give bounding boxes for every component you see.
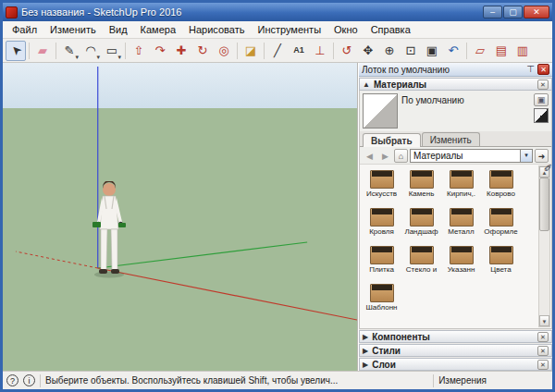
- collections-dropdown[interactable]: Материалы ▾: [410, 149, 533, 163]
- zoom-extents-tool-button[interactable]: ▣: [422, 41, 442, 61]
- menu-edit[interactable]: Изменить: [44, 23, 102, 36]
- back-button[interactable]: ◀: [363, 149, 376, 163]
- rectangle-tool-button[interactable]: ▭▾: [102, 41, 122, 61]
- pan-tool-button[interactable]: ✥: [358, 41, 378, 61]
- layers-close-button[interactable]: ✕: [537, 360, 549, 370]
- minimize-button[interactable]: –: [483, 6, 502, 18]
- toolbar-separator: [466, 43, 467, 59]
- toolbar-separator: [29, 43, 30, 59]
- toolbar-separator: [125, 43, 126, 59]
- offset-tool-button[interactable]: ◎: [214, 41, 234, 61]
- toolbar-separator: [333, 43, 334, 59]
- section-display-tool-button[interactable]: ▤: [491, 41, 512, 61]
- tray-header[interactable]: Лоток по умолчанию ⊤ ✕: [359, 63, 552, 77]
- rectangle-icon: ▭: [106, 44, 117, 56]
- section-plane-tool-button[interactable]: ▱: [470, 41, 490, 61]
- material-category-tile[interactable]: Коврово: [481, 166, 521, 204]
- dropdown-icon[interactable]: ▾: [75, 54, 79, 61]
- move-tool-button[interactable]: ✚: [171, 41, 191, 61]
- menu-tools[interactable]: Инструменты: [252, 23, 327, 36]
- home-button[interactable]: ⌂: [394, 149, 408, 163]
- select-tool-button[interactable]: ➤: [6, 41, 26, 61]
- measurements-value[interactable]: [491, 374, 549, 387]
- dropdown-icon[interactable]: ▾: [117, 54, 121, 61]
- material-category-tile[interactable]: Металл: [441, 204, 481, 242]
- close-button[interactable]: ✕: [524, 6, 549, 18]
- material-box-icon: [450, 170, 474, 189]
- zoom-tool-button[interactable]: ⊕: [379, 41, 400, 61]
- current-material-name: По умолчанию: [401, 93, 530, 129]
- chevron-down-icon[interactable]: ▾: [520, 150, 532, 162]
- material-category-tile[interactable]: Стекло и: [401, 242, 441, 280]
- material-category-tile[interactable]: Ландшаф: [401, 204, 441, 242]
- tray-close-button[interactable]: ✕: [537, 64, 549, 75]
- material-category-tile[interactable]: Цвета: [481, 242, 521, 280]
- follow-me-tool-button[interactable]: ↷: [150, 41, 170, 61]
- scrollbar-track[interactable]: [539, 178, 549, 315]
- help-icon[interactable]: ?: [6, 374, 18, 386]
- components-section-header[interactable]: ▶ Компоненты ✕: [359, 330, 552, 343]
- forward-button[interactable]: ▶: [378, 149, 392, 163]
- material-category-tile[interactable]: Оформле: [481, 204, 521, 242]
- axes-tool-button[interactable]: ⊥: [310, 41, 330, 61]
- menu-file[interactable]: Файл: [6, 23, 43, 36]
- orbit-tool-button[interactable]: ↺: [337, 41, 357, 61]
- styles-section-title: Стили: [372, 346, 534, 356]
- styles-section-header[interactable]: ▶ Стили ✕: [359, 344, 552, 357]
- sample-paint-icon[interactable]: ✐: [544, 163, 552, 175]
- material-category-tile[interactable]: Искусств: [362, 166, 401, 204]
- material-category-tile[interactable]: Кровля: [362, 204, 401, 242]
- material-box-icon: [370, 170, 394, 189]
- scroll-down-icon[interactable]: ▼: [539, 315, 549, 326]
- tab-edit[interactable]: Изменить: [422, 132, 480, 146]
- eraser-tool-button[interactable]: ▰: [32, 41, 53, 61]
- info-icon[interactable]: i: [23, 374, 35, 386]
- scrollbar-thumb[interactable]: [539, 178, 549, 231]
- material-box-icon: [410, 170, 434, 189]
- menu-help[interactable]: Справка: [365, 23, 416, 36]
- dropdown-icon[interactable]: ▾: [96, 54, 100, 61]
- menu-view[interactable]: Вид: [104, 23, 133, 36]
- expand-icon[interactable]: ▶: [363, 361, 368, 369]
- expand-icon[interactable]: ▶: [363, 347, 368, 355]
- arc-tool-button[interactable]: ◠▾: [80, 41, 101, 61]
- expand-icon[interactable]: ▶: [363, 333, 368, 341]
- previous-view-tool-button[interactable]: ↶: [443, 41, 463, 61]
- rotate-tool-button[interactable]: ↻: [192, 41, 213, 61]
- section-cut-tool-button[interactable]: ▥: [512, 41, 533, 61]
- model-viewport[interactable]: [3, 63, 358, 371]
- material-category-tile[interactable]: Кирпич,.: [441, 166, 481, 204]
- status-bar: ? i Выберите объекты. Воспользуйтесь кла…: [3, 371, 552, 389]
- offset-icon: ◎: [218, 44, 228, 56]
- text-icon: A1: [293, 46, 304, 55]
- text-tool-button[interactable]: A1: [289, 41, 309, 61]
- materials-scrollbar[interactable]: ▲ ▼: [538, 165, 550, 327]
- layers-section-header[interactable]: ▶ Слои ✕: [359, 358, 552, 371]
- materials-close-button[interactable]: ✕: [537, 80, 549, 90]
- material-category-tile[interactable]: Указанн: [441, 242, 481, 280]
- materials-section-header[interactable]: ▲ Материалы ✕: [359, 78, 552, 91]
- tab-select[interactable]: Выбрать: [363, 133, 421, 147]
- line-tool-button[interactable]: ✎▾: [59, 41, 80, 61]
- components-close-button[interactable]: ✕: [537, 332, 549, 342]
- styles-close-button[interactable]: ✕: [537, 346, 549, 356]
- material-category-tile[interactable]: Плитка: [362, 242, 401, 280]
- scale-figure[interactable]: [88, 181, 130, 279]
- material-category-tile[interactable]: Шаблонн: [362, 280, 401, 318]
- menu-window[interactable]: Окно: [328, 23, 364, 36]
- secondary-pane-button[interactable]: ▣: [534, 93, 549, 106]
- push-pull-tool-button[interactable]: ⇧: [129, 41, 149, 61]
- menu-draw[interactable]: Нарисовать: [183, 23, 250, 36]
- maximize-button[interactable]: ▢: [503, 6, 523, 18]
- menu-camera[interactable]: Камера: [135, 23, 181, 36]
- material-category-tile[interactable]: Камень: [401, 166, 441, 204]
- details-arrow-button[interactable]: ➜: [535, 149, 549, 163]
- tape-measure-icon: ╱: [274, 44, 281, 56]
- pin-icon[interactable]: ⊤: [526, 65, 535, 74]
- tape-measure-tool-button[interactable]: ╱: [267, 41, 288, 61]
- zoom-window-tool-button[interactable]: ⊡: [401, 41, 421, 61]
- collapse-icon[interactable]: ▲: [363, 80, 370, 89]
- material-box-icon: [489, 208, 513, 227]
- window-title: Без названия - SketchUp Pro 2016: [21, 6, 483, 18]
- paint-bucket-tool-button[interactable]: ◪: [240, 41, 261, 61]
